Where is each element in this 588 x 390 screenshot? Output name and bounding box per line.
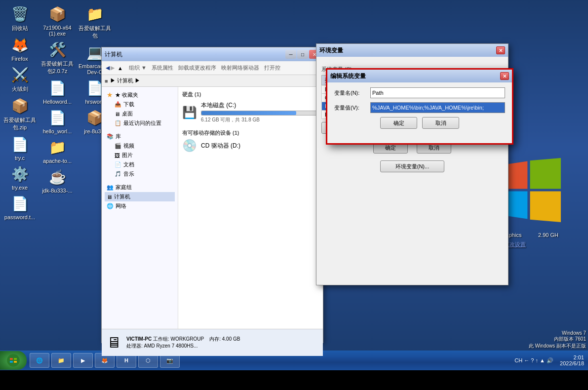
folder-icon: 📥 <box>115 101 121 108</box>
wuai-zip-icon[interactable]: 📦 吾爱破解工具包.zip <box>2 96 38 131</box>
video-icon: 🎬 <box>115 143 121 149</box>
network-icon: 🌐 <box>107 203 114 209</box>
firefox-icon[interactable]: 🦊 Firefox <box>2 35 38 62</box>
env-vars-button[interactable]: 环境变量(N)... <box>380 160 444 172</box>
drive-c-fill <box>201 111 296 115</box>
var-value-label: 变量值(V): <box>334 104 366 112</box>
envvar-close-button[interactable]: ✕ <box>496 46 505 54</box>
drive-d[interactable]: 💿 CD 驱动器 (D:) <box>182 139 319 153</box>
win7-version-info: Windows 7 内部版本 7601 此 Windows 副本不是正版 <box>529 330 586 350</box>
docs-icon: 📄 <box>115 161 121 168</box>
sidebar-pictures[interactable]: 🖼 图片 <box>105 151 175 160</box>
address-input[interactable] <box>140 78 320 84</box>
var-value-input[interactable] <box>370 102 505 113</box>
sysprop-button[interactable]: 系统属性 <box>152 64 173 72</box>
recycle-bin-icon[interactable]: 🗑️ 回收站 <box>2 4 38 32</box>
var-name-row: 变量名(N): <box>334 87 505 98</box>
drive-c-label: 6.12 GB 可用，共 31.8 GB <box>201 117 319 123</box>
uninstall-button[interactable]: 卸载或更改程序 <box>178 64 216 72</box>
edit-dialog-titlebar: 编辑系统变量 ✕ <box>327 70 512 82</box>
music-label: 音乐 <box>123 170 134 178</box>
hard-drives-header: 硬盘 (1) <box>182 91 319 98</box>
drive-c-info: 本地磁盘 (C:) 6.12 GB 可用，共 31.8 GB <box>201 101 319 123</box>
explorer-main: 硬盘 (1) 💾 本地磁盘 (C:) 6.12 GB 可用，共 31.8 GB … <box>178 87 323 329</box>
map-drive-button[interactable]: 映射网络驱动器 <box>221 64 259 72</box>
pictures-icon: 🖼 <box>115 153 120 158</box>
drive-c-bar <box>201 111 319 116</box>
desktop: 🗑️ 回收站 🦊 Firefox ⚔️ 火绒剑 📦 吾爱破解工具包.zip 📄 … <box>0 0 588 370</box>
docs-label: 文档 <box>123 161 134 168</box>
win7-version: Windows 7 <box>529 330 586 336</box>
pictures-label: 图片 <box>122 152 133 159</box>
sidebar-music[interactable]: 🎵 音乐 <box>105 169 175 179</box>
desktop-icon-small: 🖥 <box>115 111 120 117</box>
tryc-icon[interactable]: 📄 try.c <box>2 134 38 161</box>
address-icon: ■ <box>105 78 108 84</box>
explorer-titlebar: 计算机 ─ □ ✕ <box>102 47 323 61</box>
var-value-row: 变量值(V): <box>334 102 505 113</box>
sidebar-downloads[interactable]: 📥 下载 <box>105 100 175 109</box>
edit-ok-button[interactable]: 确定 <box>380 117 417 129</box>
nav-back-button[interactable]: ◀ <box>106 65 110 71</box>
start-button[interactable] <box>0 351 27 370</box>
envvar-titlebar: 环境变量 ✕ <box>316 44 508 57</box>
libraries-label: 库 <box>116 133 121 140</box>
homegroup-label: 家庭组 <box>116 184 132 191</box>
sidebar-recent[interactable]: 📋 最近访问的位置 <box>105 118 175 128</box>
nav-forward-button[interactable]: ▶ <box>111 65 115 71</box>
explorer-minimize-button[interactable]: ─ <box>285 50 296 59</box>
sidebar-computer[interactable]: 🖥 计算机 <box>105 192 175 201</box>
desktop-icons-col1: 🗑️ 回收站 🦊 Firefox ⚔️ 火绒剑 📦 吾爱破解工具包.zip 📄 … <box>2 0 38 224</box>
nav-up-button[interactable]: ▲ <box>118 65 123 71</box>
taskbar-media-button[interactable]: ▶ <box>73 353 93 368</box>
explorer-maximize-button[interactable]: □ <box>297 50 308 59</box>
apache-icon[interactable]: 📁 apache-to... <box>39 137 75 164</box>
var-name-input[interactable] <box>370 87 505 98</box>
jdk333-icon[interactable]: ☕ jdk-8u333-... <box>39 167 75 194</box>
recent-icon: 📋 <box>115 120 121 126</box>
clock-date: 2022/6/18 <box>560 360 584 366</box>
password-icon[interactable]: 📄 password.t... <box>2 194 38 220</box>
edit-dialog-body: 变量名(N): 变量值(V): 确定 取消 <box>327 82 512 134</box>
graphics-label: raphics 2.90 GH <box>504 232 558 238</box>
explorer-sidebar: ★ ★ 收藏夹 📥 下载 🖥 桌面 📋 最近访问的位置 <box>102 87 178 329</box>
explorer-toolbar: ◀ ▶ ▲ 组织 ▼ 系统属性 卸载或更改程序 映射网络驱动器 打开控 <box>102 61 323 75</box>
sidebar-desktop[interactable]: 🖥 桌面 <box>105 109 175 118</box>
edit-dialog-title: 编辑系统变量 <box>330 72 500 80</box>
wuai-folder-icon[interactable]: 📁 吾爱破解工具包 <box>77 4 113 39</box>
music-icon: 🎵 <box>115 171 121 177</box>
tryexe-icon[interactable]: ⚙️ try.exe <box>2 164 38 191</box>
wuai-tools-icon[interactable]: 🛠️ 吾爱破解工具包2.0.7z <box>39 39 75 75</box>
7zip-icon[interactable]: 📦 7z1900-x64 (1).exe <box>39 4 75 37</box>
pc-icon: 🖥 <box>107 334 121 351</box>
favorites-label: ★ 收藏夹 <box>115 91 138 99</box>
sidebar-video[interactable]: 🎬 视频 <box>105 141 175 151</box>
drive-c-name: 本地磁盘 (C:) <box>201 101 319 110</box>
sidebar-network[interactable]: 🌐 网络 <box>105 201 175 211</box>
hello-world-icon[interactable]: 📄 hello_worl... <box>39 108 75 134</box>
edit-dialog: 编辑系统变量 ✕ 变量名(N): 变量值(V): 确定 取消 <box>326 68 513 145</box>
control-button[interactable]: 打开控 <box>264 64 280 72</box>
taskbar-sys-tray: CH ← ? ↑ ▲ 🔊 <box>514 357 553 364</box>
sidebar-homegroup[interactable]: 👥 家庭组 <box>105 183 175 192</box>
organize-button[interactable]: 组织 ▼ <box>129 64 147 72</box>
downloads-label: 下载 <box>123 101 134 108</box>
pc-processor: 处理器: AMD Ryzen 7 4800HS... <box>126 343 240 350</box>
taskbar-clock: 2:01 2022/6/18 <box>560 354 584 366</box>
change-settings[interactable]: 更改设置 <box>504 241 558 248</box>
taskbar-ie-button[interactable]: 🌐 <box>30 353 49 368</box>
libraries-header[interactable]: 📚 库 <box>105 132 175 141</box>
helloword-icon[interactable]: 📄 Helloword... <box>39 78 75 105</box>
sidebar-docs[interactable]: 📄 文档 <box>105 160 175 169</box>
drive-c[interactable]: 💾 本地磁盘 (C:) 6.12 GB 可用，共 31.8 GB <box>182 101 319 123</box>
huorong-icon[interactable]: ⚔️ 火绒剑 <box>2 65 38 93</box>
favorites-section: ★ ★ 收藏夹 📥 下载 🖥 桌面 📋 最近访问的位置 <box>105 90 175 128</box>
drive-d-icon: 💿 <box>182 139 197 153</box>
taskbar-folder-button[interactable]: 📁 <box>51 353 71 368</box>
svg-point-0 <box>7 354 20 367</box>
network-label: 网络 <box>116 202 126 210</box>
edit-cancel-button[interactable]: 取消 <box>422 117 459 129</box>
favorites-header[interactable]: ★ ★ 收藏夹 <box>105 90 175 100</box>
edit-dialog-close-button[interactable]: ✕ <box>500 72 509 80</box>
win7-sys-info: raphics 2.90 GH 更改设置 <box>504 232 558 248</box>
